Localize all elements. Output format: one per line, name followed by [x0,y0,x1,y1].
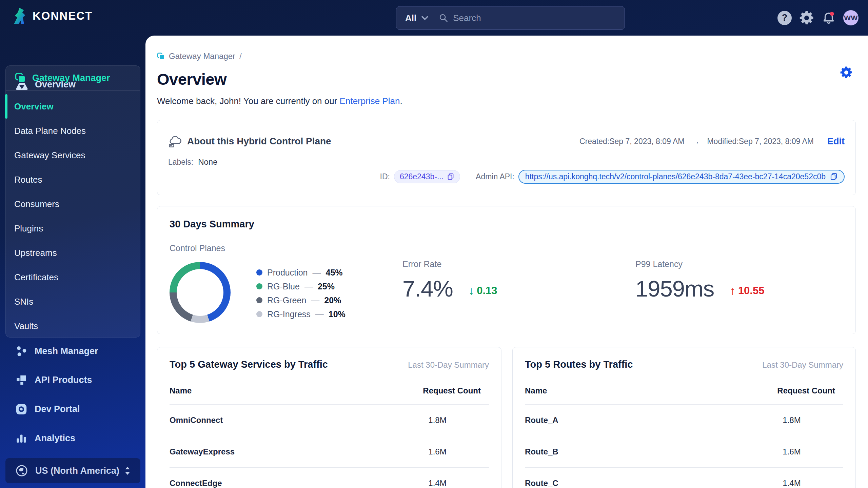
breadcrumb: Gateway Manager / [157,52,856,61]
error-rate-delta: ↓ 0.13 [469,284,497,297]
sidebar-item-api-products[interactable]: API Products [16,374,92,386]
table-row[interactable]: Route_B 1.6M [525,436,843,468]
top-gateway-services-card: Top 5 Gateway Services by Traffic Last 3… [157,347,501,488]
modified-timestamp: Modified:Sep 7, 2023, 8:09 AM [707,137,814,146]
arrow-up-icon: ↑ [730,284,735,297]
table-row[interactable]: OmniConnect 1.8M [170,405,489,436]
p99-latency-delta: ↑ 10.55 [730,284,764,297]
sorter-icon [125,467,130,475]
admin-api-pill[interactable]: https://us.api.konghq.tech/v2/control-pl… [518,170,845,184]
error-rate-kpi: Error Rate 7.4% ↓ 0.13 [402,259,497,300]
copy-icon[interactable] [447,173,454,180]
arrow-down-icon: ↓ [469,284,474,297]
help-button[interactable]: ? [777,11,792,25]
sidebar-item-analytics[interactable]: Analytics [16,433,75,444]
p99-latency-kpi: P99 Latency 1959ms ↑ 10.55 [635,259,764,300]
gateway-manager-panel: Gateway Manager Overview Data Plane Node… [5,65,140,338]
copy-icon[interactable] [830,172,838,181]
sidebar-subitem-routes[interactable]: Routes [6,167,140,192]
table-row[interactable]: ConnectEdge 1.4M [170,468,489,488]
globe-icon [16,465,28,477]
about-card-title: About this Hybrid Control Plane [187,136,331,147]
sidebar: Overview Gateway Manager Overview Data P… [0,36,145,488]
table-subtitle: Last 30-Day Summary [762,360,843,370]
kong-gorilla-icon [12,7,28,24]
labels-value: None [198,157,217,167]
control-plane-id-pill[interactable]: 626e243b-... [394,170,460,183]
brand-name: KONNECT [33,9,93,22]
main-panel: Gateway Manager / Overview Welcome back,… [145,36,868,488]
table-row[interactable]: Route_C 1.4M [525,468,843,488]
summary-title: 30 Days Summary [170,219,843,230]
top-bar: KONNECT All Search ? [0,0,868,36]
top-routes-card: Top 5 Routes by Traffic Last 30-Day Summ… [512,347,856,488]
error-rate-value: 7.4% [402,277,453,300]
analytics-bars-icon [16,433,27,444]
breadcrumb-link[interactable]: Gateway Manager [169,52,235,61]
notifications-button[interactable] [822,11,836,25]
user-avatar[interactable]: WW [843,10,859,25]
sidebar-item-mesh-manager[interactable]: Mesh Manager [16,346,98,357]
settings-button[interactable] [799,11,814,25]
region-selector[interactable]: US (North America) [5,458,140,483]
active-indicator [5,94,7,119]
search-input[interactable]: Search [453,13,481,23]
thirty-days-summary-card: 30 Days Summary Control Planes Productio… [157,206,856,334]
chevron-down-icon[interactable] [421,16,429,20]
api-products-icon [16,374,27,386]
legend-item-rg-green: RG-Green — 20% [256,296,346,305]
hybrid-cloud-icon [168,135,182,147]
edit-button[interactable]: Edit [827,136,845,147]
about-control-plane-card: About this Hybrid Control Plane Created:… [157,120,856,195]
sidebar-subitem-certificates[interactable]: Certificates [6,265,140,289]
search-scope-select[interactable]: All [405,13,416,23]
gear-icon [799,11,814,25]
sidebar-subitem-overview[interactable]: Overview [6,94,140,119]
column-header-request-count: Request Count [394,386,489,395]
gateway-manager-breadcrumb-icon [157,53,165,60]
welcome-text: Welcome back, John! You are currently on… [157,96,856,106]
sidebar-subitem-gateway-services[interactable]: Gateway Services [6,143,140,167]
column-header-name: Name [525,386,547,395]
arrow-right-icon: → [692,137,699,146]
table-title: Top 5 Gateway Services by Traffic [170,359,328,370]
brand-logo[interactable]: KONNECT [12,7,93,24]
donut-hole [177,269,223,316]
sidebar-subitem-upstreams[interactable]: Upstreams [6,241,140,265]
table-title: Top 5 Routes by Traffic [525,359,633,370]
sidebar-subitem-vaults[interactable]: Vaults [6,314,140,338]
sidebar-subitem-data-plane-nodes[interactable]: Data Plane Nodes [6,119,140,143]
enterprise-plan-link[interactable]: Enterprise Plan [340,96,400,106]
legend-item-rg-ingress: RG-Ingress — 10% [256,309,346,319]
gateway-manager-icon [15,73,26,84]
legend-item-rg-blue: RG-Blue — 25% [256,282,346,291]
control-planes-donut [170,262,231,323]
admin-api-label: Admin API: [476,172,514,181]
sidebar-subitem-snis[interactable]: SNIs [6,289,140,314]
table-row[interactable]: Route_A 1.8M [525,405,843,436]
mesh-manager-icon [16,346,27,357]
created-timestamp: Created:Sep 7, 2023, 8:09 AM [579,137,684,146]
global-search[interactable]: All Search [396,6,625,30]
sidebar-subitem-consumers[interactable]: Consumers [6,192,140,216]
p99-latency-value: 1959ms [635,277,714,300]
legend-item-production: Production — 45% [256,268,346,277]
page-title: Overview [157,70,856,88]
dev-portal-icon [16,404,27,415]
table-row[interactable]: GatewayExpress 1.6M [170,436,489,468]
sidebar-subitem-plugins[interactable]: Plugins [6,216,140,241]
sidebar-item-gateway-manager[interactable]: Gateway Manager [6,66,140,91]
page-settings-button[interactable] [840,66,853,79]
breadcrumb-separator: / [239,52,242,61]
id-label: ID: [380,172,390,181]
bell-icon [822,11,836,25]
control-planes-chart-title: Control Planes [170,243,843,253]
legend-dot [256,311,262,317]
labels-label: Labels: [168,158,193,167]
donut-legend: Production — 45% RG-Blue — 25% RG-Green … [256,268,346,323]
search-icon [439,13,448,23]
legend-dot [256,283,262,289]
legend-dot [256,297,262,303]
legend-dot [256,269,262,276]
sidebar-item-dev-portal[interactable]: Dev Portal [16,404,80,415]
